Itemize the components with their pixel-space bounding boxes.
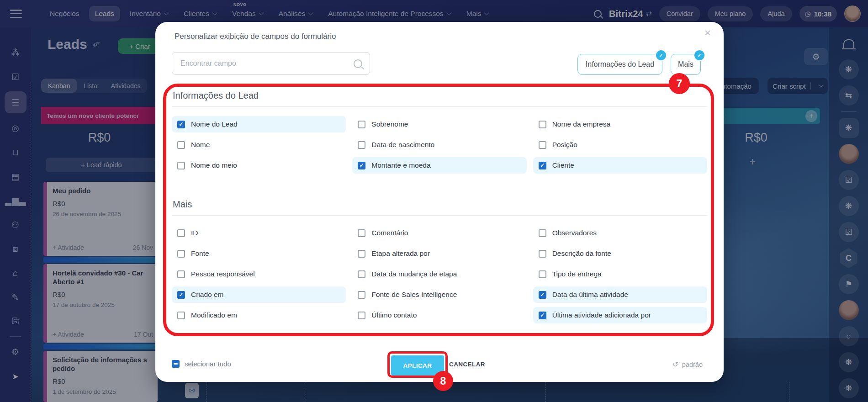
field-checkbox-item[interactable]: ✓ Modificado em: [172, 307, 346, 323]
field-label: Tipo de entrega: [552, 270, 602, 278]
field-checkbox-item[interactable]: ✓ Fonte: [172, 245, 346, 262]
check-badge-icon: ✓: [693, 49, 705, 61]
field-checkbox-item[interactable]: ✓ Data de nascimento: [352, 137, 526, 153]
field-label: Última atividade adicionada por: [552, 311, 651, 319]
field-checkbox-item[interactable]: ✓ Último contato: [352, 307, 526, 323]
checkbox[interactable]: ✓: [539, 291, 546, 299]
apply-button[interactable]: APLICAR: [391, 355, 444, 376]
close-icon[interactable]: ×: [704, 27, 711, 38]
field-checkbox-item[interactable]: ✓ Última atividade adicionada por: [533, 307, 707, 323]
field-checkbox-item[interactable]: ✓ Nome da empresa: [533, 116, 707, 132]
section-heading: Mais: [173, 199, 707, 210]
checkbox[interactable]: ✓: [358, 141, 365, 149]
field-label: Etapa alterada por: [371, 249, 430, 258]
checkbox[interactable]: ✓: [177, 229, 185, 237]
field-checkbox-item[interactable]: ✓ Fonte de Sales Intelligence: [352, 286, 526, 303]
field-checkbox-item[interactable]: ✓ Nome do meio: [172, 157, 346, 174]
field-checkbox-item[interactable]: ✓ Cliente: [533, 157, 707, 174]
checkbox[interactable]: ✓: [177, 141, 185, 149]
field-label: Nome: [191, 141, 210, 149]
checkbox[interactable]: ✓: [539, 250, 546, 258]
modal-footer: selecionar tudo APLICAR CANCELAR ↺ padrã…: [172, 354, 707, 376]
checkbox[interactable]: ✓: [539, 270, 546, 278]
search-icon: [354, 59, 362, 68]
search-input[interactable]: [180, 59, 354, 68]
field-checkbox-item[interactable]: ✓ Comentário: [352, 225, 526, 241]
field-checkbox-item[interactable]: ✓ Data da mudança de etapa: [352, 266, 526, 282]
field-search-box: [172, 52, 370, 75]
reset-default-button[interactable]: ↺ padrão: [672, 360, 703, 369]
checkbox[interactable]: ✓: [539, 121, 546, 128]
field-checkbox-item[interactable]: ✓ ID: [172, 225, 346, 241]
field-checkbox-item[interactable]: ✓ Montante e moeda: [352, 157, 526, 174]
checkbox[interactable]: ✓: [177, 291, 185, 299]
field-label: Nome da empresa: [552, 120, 611, 128]
field-label: ID: [191, 229, 198, 237]
undo-icon: ↺: [672, 360, 678, 369]
checkbox[interactable]: ✓: [177, 250, 185, 258]
customize-fields-modal: Personalizar exibição de campos do formu…: [155, 22, 724, 382]
field-checkbox-item[interactable]: ✓ Etapa alterada por: [352, 245, 526, 262]
field-label: Observadores: [552, 229, 597, 237]
field-label: Pessoa responsável: [191, 270, 255, 278]
field-label: Fonte: [191, 249, 209, 258]
field-label: Data de nascimento: [371, 141, 434, 149]
field-label: Modificado em: [191, 311, 237, 319]
checkbox[interactable]: ✓: [358, 229, 365, 237]
field-label: Nome do meio: [191, 161, 237, 169]
checkbox[interactable]: ✓: [539, 141, 546, 149]
field-checkbox-item[interactable]: ✓ Sobrenome: [352, 116, 526, 132]
section-button-lead-info[interactable]: Informações do Lead ✓: [577, 54, 662, 75]
field-label: Comentário: [371, 229, 408, 237]
checkbox[interactable]: ✓: [177, 312, 185, 319]
field-checkbox-item[interactable]: ✓ Nome do Lead: [172, 116, 346, 132]
checkbox[interactable]: ✓: [358, 162, 365, 169]
section-button-more[interactable]: Mais ✓: [671, 54, 701, 75]
field-checkbox-item[interactable]: ✓ Tipo de entrega: [533, 266, 707, 282]
field-label: Descrição da fonte: [552, 249, 611, 258]
section-heading: Informações do Lead: [173, 90, 707, 101]
field-checkbox-item[interactable]: ✓ Posição: [533, 137, 707, 153]
field-label: Fonte de Sales Intelligence: [371, 291, 457, 299]
indeterminate-checkbox[interactable]: [172, 360, 180, 368]
checkbox[interactable]: ✓: [539, 229, 546, 237]
checkbox[interactable]: ✓: [358, 291, 365, 299]
field-label: Data da última atividade: [552, 291, 628, 299]
field-label: Cliente: [552, 161, 574, 169]
field-label: Nome do Lead: [191, 120, 238, 128]
field-checkbox-item[interactable]: ✓ Nome: [172, 137, 346, 153]
checkbox[interactable]: ✓: [539, 162, 546, 169]
field-checkbox-item[interactable]: ✓ Data da última atividade: [533, 286, 707, 303]
checkbox[interactable]: ✓: [177, 270, 185, 278]
modal-title: Personalizar exibição de campos do formu…: [175, 32, 336, 41]
check-badge-icon: ✓: [655, 49, 667, 61]
checkbox[interactable]: ✓: [358, 312, 365, 319]
field-checkbox-item[interactable]: ✓ Pessoa responsável: [172, 266, 346, 282]
checkbox[interactable]: ✓: [358, 121, 365, 128]
field-checkbox-item[interactable]: ✓ Descrição da fonte: [533, 245, 707, 262]
field-checkbox-item[interactable]: ✓ Criado em: [172, 286, 346, 303]
fields-area: Informações do Lead ✓ Nome do Lead ✓ Sob…: [172, 90, 707, 323]
checkbox[interactable]: ✓: [358, 270, 365, 278]
field-label: Data da mudança de etapa: [371, 270, 457, 278]
field-label: Posição: [552, 141, 577, 149]
field-label: Sobrenome: [371, 120, 408, 128]
checkbox[interactable]: ✓: [177, 162, 185, 169]
field-checkbox-item[interactable]: ✓ Observadores: [533, 225, 707, 241]
field-label: Último contato: [371, 311, 417, 319]
checkbox[interactable]: ✓: [177, 121, 185, 128]
bitrix24-crm-screen: Negócios Leads Inventário Clientes NOVO: [0, 0, 868, 402]
fields-grid: ✓ ID ✓ Comentário ✓ Observadores ✓ Fonte: [172, 225, 707, 323]
select-all-checkbox[interactable]: selecionar tudo: [172, 360, 231, 368]
checkbox[interactable]: ✓: [358, 250, 365, 258]
fields-grid: ✓ Nome do Lead ✓ Sobrenome ✓ Nome da emp…: [172, 116, 707, 174]
checkbox[interactable]: ✓: [539, 312, 546, 319]
cancel-button[interactable]: CANCELAR: [449, 361, 485, 368]
field-label: Criado em: [191, 291, 224, 299]
field-label: Montante e moeda: [371, 161, 430, 169]
